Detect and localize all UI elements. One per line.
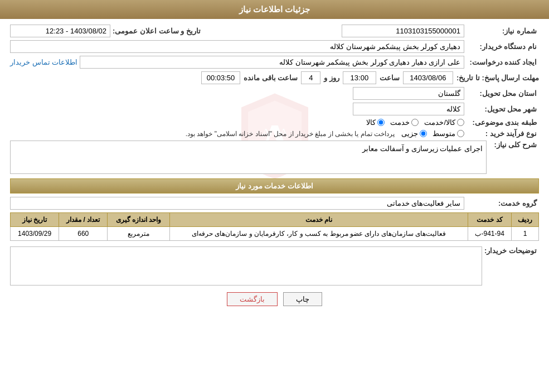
services-section-label: اطلاعات خدمات مورد نیاز — [236, 182, 313, 190]
purchase-type-radio-group: متوسط جزیی — [401, 129, 464, 138]
main-content: A ANA TENDER شماره نیاز: 110310315500000… — [0, 19, 549, 312]
category-row: طبقه بندی موضوعی: کالا/خدمت خدمت کالا — [10, 118, 539, 127]
deadline-day-label: روز و — [324, 74, 339, 82]
radio-mottavasset-label: متوسط — [433, 129, 455, 138]
cell-name: فعالیت‌های سازمان‌های دارای عضو مربوط به… — [169, 227, 468, 241]
col-quantity: تعداد / مقدار — [59, 213, 108, 227]
description-label: شرح کلی نیاز: — [489, 141, 539, 149]
back-button[interactable]: بازگشت — [227, 292, 278, 306]
radio-khedmat-input[interactable] — [411, 119, 419, 126]
deadline-date: 1403/08/06 — [403, 71, 453, 84]
service-group-value: سایر فعالیت‌های خدماتی — [10, 197, 464, 210]
services-tbody: 1941-94-بفعالیت‌های سازمان‌های دارای عضو… — [11, 227, 539, 241]
province-label: استان محل تحویل: — [467, 89, 539, 98]
buyer-notes-section: توضیحات خریدار: — [10, 246, 539, 285]
purchase-type-row: نوع فرآیند خرید : متوسط جزیی پرداخت تمام… — [10, 129, 539, 138]
radio-khedmat-label: خدمت — [390, 118, 410, 127]
deadline-remaining-label: ساعت باقی مانده — [244, 74, 298, 82]
buyer-notes-textarea[interactable] — [10, 246, 482, 285]
buttons-row: چاپ بازگشت — [10, 292, 539, 306]
description-section: شرح کلی نیاز: — [10, 141, 539, 174]
page-wrapper: جزئیات اطلاعات نیاز A ANA TENDER شماره ن… — [0, 0, 549, 392]
radio-mottavasset[interactable]: متوسط — [433, 129, 464, 138]
announcement-date-label: تاریخ و ساعت اعلان عمومی: — [113, 27, 203, 35]
requester-value: علی ارازی دهیار دهیاری کورلر بخش پیشکمر … — [80, 56, 464, 69]
radio-jozee-input[interactable] — [420, 130, 427, 137]
category-radio-group: کالا/خدمت خدمت کالا — [366, 118, 464, 127]
category-label: طبقه بندی موضوعی: — [467, 118, 539, 127]
need-number-value: 1103103155000001 — [342, 25, 464, 37]
radio-kala[interactable]: کالا — [366, 118, 385, 127]
col-service-code: کد خدمت — [468, 213, 511, 227]
city-row: شهر محل تحویل: کلاله — [10, 103, 539, 115]
purchase-type-desc: پرداخت تمام یا بخشی از مبلغ خریدار از مح… — [186, 130, 395, 138]
col-row-num: ردیف — [512, 213, 539, 227]
page-header: جزئیات اطلاعات نیاز — [0, 0, 549, 19]
radio-kala-khedmat-label: کالا/خدمت — [424, 118, 455, 127]
buyer-notes-label: توضیحات خریدار: — [484, 246, 539, 255]
table-row: 1941-94-بفعالیت‌های سازمان‌های دارای عضو… — [11, 227, 539, 241]
deadline-days: 4 — [301, 71, 320, 84]
buyer-org-row: نام دستگاه خریدار: دهیاری کورلر بخش پیشک… — [10, 40, 539, 53]
city-label: شهر محل تحویل: — [467, 105, 539, 113]
col-service-name: نام خدمت — [169, 213, 468, 227]
radio-kala-khedmat-input[interactable] — [457, 119, 464, 126]
radio-mottavasset-input[interactable] — [457, 130, 464, 137]
deadline-label: مهلت ارسال پاسخ: تا تاریخ: — [456, 74, 539, 82]
deadline-row: مهلت ارسال پاسخ: تا تاریخ: 1403/08/06 سا… — [10, 71, 539, 84]
col-date: تاریخ نیاز — [11, 213, 59, 227]
service-group-label: گروه خدمت: — [467, 199, 539, 207]
buyer-org-value: دهیاری کورلر بخش پیشکمر شهرستان کلاله — [10, 40, 464, 53]
requester-label: ایجاد کننده درخواست: — [467, 58, 539, 66]
province-value: گلستان — [353, 87, 464, 100]
cell-unit: مترمربع — [108, 227, 170, 241]
page-title: جزئیات اطلاعات نیاز — [239, 4, 310, 14]
announcement-date-value: 1403/08/02 - 12:23 — [10, 25, 110, 37]
deadline-remaining: 00:03:50 — [201, 71, 240, 84]
cell-quantity: 660 — [59, 227, 108, 241]
radio-jozee-label: جزیی — [401, 129, 418, 138]
need-number-label: شماره نیاز: — [467, 27, 539, 35]
buyer-org-label: نام دستگاه خریدار: — [467, 42, 539, 51]
purchase-type-label: نوع فرآیند خرید : — [467, 129, 539, 138]
service-group-row: گروه خدمت: سایر فعالیت‌های خدماتی — [10, 197, 539, 210]
need-number-row: شماره نیاز: 1103103155000001 تاریخ و ساع… — [10, 25, 539, 37]
col-unit: واحد اندازه گیری — [108, 213, 170, 227]
services-table: ردیف کد خدمت نام خدمت واحد اندازه گیری ت… — [10, 212, 539, 241]
radio-jozee[interactable]: جزیی — [401, 129, 427, 138]
deadline-time: 13:00 — [343, 71, 376, 84]
city-value: کلاله — [353, 103, 464, 115]
cell-code: 941-94-ب — [468, 227, 511, 241]
radio-kala-input[interactable] — [377, 119, 385, 126]
print-button[interactable]: چاپ — [283, 292, 322, 306]
table-header-row: ردیف کد خدمت نام خدمت واحد اندازه گیری ت… — [11, 213, 539, 227]
radio-khedmat[interactable]: خدمت — [390, 118, 419, 127]
requester-row: ایجاد کننده درخواست: علی ارازی دهیار دهی… — [10, 56, 539, 69]
description-textarea[interactable] — [10, 141, 487, 174]
radio-kala-khedmat[interactable]: کالا/خدمت — [424, 118, 464, 127]
province-row: استان محل تحویل: گلستان — [10, 87, 539, 100]
cell-date: 1403/09/29 — [11, 227, 59, 241]
deadline-time-label: ساعت — [380, 74, 400, 82]
cell-row: 1 — [512, 227, 539, 241]
contact-link[interactable]: اطلاعات تماس خریدار — [10, 58, 77, 66]
services-section-header: اطلاعات خدمات مورد نیاز — [10, 178, 539, 193]
radio-kala-label: کالا — [366, 118, 376, 127]
